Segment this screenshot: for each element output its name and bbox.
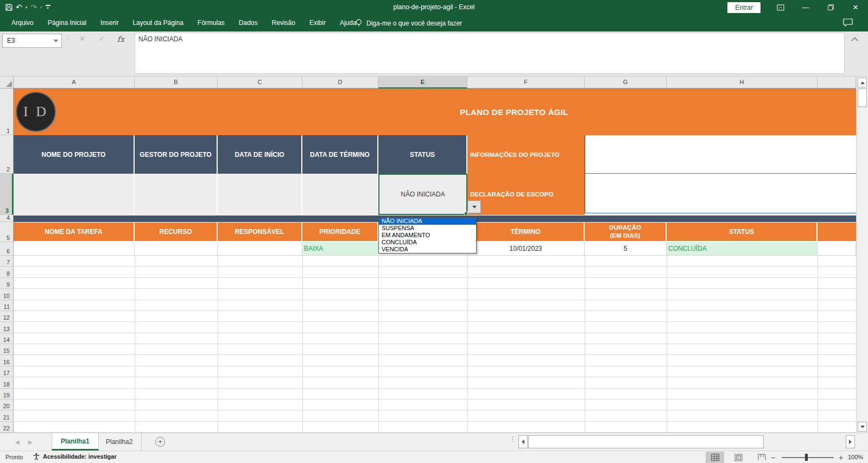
tab-scroll-right-icon[interactable]: ▶ bbox=[28, 439, 33, 445]
empty-grid-row[interactable] bbox=[14, 410, 856, 421]
row-header-2[interactable]: 2 bbox=[0, 135, 14, 174]
ribbon-tab-arquivo[interactable]: Arquivo bbox=[4, 15, 41, 31]
horizontal-scroll-thumb[interactable] bbox=[528, 435, 764, 448]
vertical-scrollbar[interactable] bbox=[856, 77, 868, 433]
row-header-5[interactable]: 5 bbox=[0, 222, 14, 242]
column-header-F[interactable]: F bbox=[467, 77, 585, 88]
row-header-1[interactable]: 1 bbox=[0, 88, 14, 135]
empty-grid-row[interactable] bbox=[14, 300, 856, 311]
cell-extra-header[interactable] bbox=[818, 222, 856, 242]
cell-status-value[interactable]: CONCLUÍDA bbox=[667, 242, 818, 256]
empty-grid-row[interactable] bbox=[14, 256, 856, 267]
cell-nome-do-projeto[interactable]: NOME DO PROJETO bbox=[14, 135, 135, 174]
cell-recurso[interactable]: RECURSO bbox=[135, 222, 218, 242]
ribbon-tab-layout-da-página[interactable]: Layout da Página bbox=[125, 15, 190, 31]
dropdown-item-vencida[interactable]: VENCIDA bbox=[379, 246, 476, 253]
cell-nome-da-tarefa[interactable]: NOME DA TAREFA bbox=[14, 222, 135, 242]
cell-termino[interactable]: TÉRMINO bbox=[467, 222, 585, 242]
name-box[interactable]: E3 bbox=[2, 34, 62, 48]
row-header-11[interactable]: 11 bbox=[0, 300, 14, 311]
row-header-22[interactable]: 22 bbox=[0, 422, 14, 433]
dropdown-item-em-andamento[interactable]: EM ANDAMENTO bbox=[379, 232, 476, 239]
cell-data-inicio-input[interactable] bbox=[218, 174, 302, 215]
row-header-15[interactable]: 15 bbox=[0, 344, 14, 355]
cell-e3-status-value[interactable]: NÃO INICIADA bbox=[378, 174, 467, 215]
collapse-formula-bar-icon[interactable] bbox=[851, 37, 858, 44]
row-header-9[interactable]: 9 bbox=[0, 278, 14, 289]
ribbon-tab-fórmulas[interactable]: Fórmulas bbox=[191, 15, 232, 31]
row-header-19[interactable]: 19 bbox=[0, 389, 14, 399]
restore-button[interactable] bbox=[818, 0, 843, 15]
scrollbar-resize-handle[interactable]: ⋮ bbox=[509, 436, 516, 442]
zoom-slider-thumb[interactable] bbox=[805, 454, 808, 461]
cell-prioridade[interactable]: PRIORIDADE bbox=[302, 222, 378, 242]
zoom-level[interactable]: 100% bbox=[848, 454, 863, 460]
cell-status-header[interactable]: STATUS bbox=[378, 135, 467, 174]
empty-grid-row[interactable] bbox=[14, 389, 856, 399]
row-header-16[interactable]: 16 bbox=[0, 355, 14, 366]
cell-a6[interactable] bbox=[14, 242, 135, 256]
column-header-E[interactable]: E bbox=[378, 77, 467, 88]
cell-informacoes-do-projeto[interactable]: INFORMAÇÕES DO PROJETO bbox=[467, 135, 585, 174]
accessibility-status[interactable]: Acessibilidade: investigar bbox=[33, 453, 117, 460]
row-header-10[interactable]: 10 bbox=[0, 289, 14, 300]
scroll-left-button[interactable] bbox=[518, 435, 528, 448]
ribbon-display-options-icon[interactable] bbox=[768, 0, 793, 15]
sheet-tab-planilha2[interactable]: Planilha2 bbox=[97, 433, 142, 451]
scroll-right-button[interactable] bbox=[846, 435, 855, 448]
scroll-up-button[interactable] bbox=[858, 78, 867, 87]
fill-handle[interactable] bbox=[464, 212, 468, 215]
zoom-slider-track[interactable] bbox=[782, 457, 834, 458]
cell-duracao[interactable]: DURAÇÃO (EM DIAS) bbox=[585, 222, 667, 242]
ribbon-tab-revisão[interactable]: Revisão bbox=[265, 15, 302, 31]
empty-grid-row[interactable] bbox=[14, 355, 856, 366]
dropdown-item-não-iniciada[interactable]: NÃO INICIADA bbox=[379, 218, 476, 225]
cell-info-area[interactable] bbox=[585, 135, 856, 213]
column-header-A[interactable]: A bbox=[14, 77, 135, 88]
row-header-7[interactable]: 7 bbox=[0, 256, 14, 267]
horizontal-scrollbar[interactable] bbox=[518, 435, 856, 448]
dropdown-button[interactable] bbox=[467, 200, 481, 213]
minimize-button[interactable]: — bbox=[793, 0, 818, 15]
row-header-12[interactable]: 12 bbox=[0, 311, 14, 322]
cell-status-tarefa[interactable]: STATUS bbox=[667, 222, 818, 242]
empty-grid-row[interactable] bbox=[14, 422, 856, 433]
row-header-14[interactable]: 14 bbox=[0, 333, 14, 344]
dropdown-item-concluída[interactable]: CONCLUÍDA bbox=[379, 239, 476, 246]
row-header-13[interactable]: 13 bbox=[0, 322, 14, 333]
formula-input[interactable]: NÃO INICIADA bbox=[135, 33, 845, 74]
page-break-view-icon[interactable] bbox=[752, 452, 771, 463]
cell-duration-value[interactable]: 5 bbox=[585, 242, 667, 256]
empty-grid-row[interactable] bbox=[14, 267, 856, 277]
empty-grid-row[interactable] bbox=[14, 278, 856, 289]
ribbon-tab-página-inicial[interactable]: Página Inicial bbox=[41, 15, 93, 31]
zoom-in-icon[interactable]: + bbox=[839, 453, 843, 462]
tell-me-box[interactable]: Diga-me o que você deseja fazer bbox=[356, 15, 462, 31]
empty-grid-row[interactable] bbox=[14, 322, 856, 333]
row-header-18[interactable]: 18 bbox=[0, 377, 14, 388]
row-header-21[interactable]: 21 bbox=[0, 410, 14, 421]
scroll-down-button[interactable] bbox=[858, 422, 867, 432]
column-header-D[interactable]: D bbox=[302, 77, 378, 88]
cell-priority-value[interactable]: BAIXA bbox=[302, 242, 378, 256]
vertical-scroll-thumb[interactable] bbox=[858, 88, 867, 107]
column-header-C[interactable]: C bbox=[218, 77, 302, 88]
empty-grid-row[interactable] bbox=[14, 366, 856, 377]
name-box-dropdown-icon[interactable] bbox=[54, 40, 58, 42]
insert-function-icon[interactable]: fx bbox=[117, 35, 124, 43]
page-layout-view-icon[interactable] bbox=[729, 452, 747, 463]
row-header-8[interactable]: 8 bbox=[0, 267, 14, 277]
cell-data-termino-input[interactable] bbox=[302, 174, 378, 215]
cell-nome-projeto-input[interactable] bbox=[14, 174, 135, 215]
empty-grid-row[interactable] bbox=[14, 399, 856, 410]
sheet-tab-planilha1[interactable]: Planilha1 bbox=[52, 433, 99, 451]
row-header-6[interactable]: 6 bbox=[0, 242, 14, 256]
ribbon-tab-dados[interactable]: Dados bbox=[232, 15, 265, 31]
zoom-out-icon[interactable]: − bbox=[771, 453, 775, 462]
cell-b6[interactable] bbox=[135, 242, 218, 256]
tab-scroll-left-icon[interactable]: ◀ bbox=[15, 439, 20, 445]
comments-icon[interactable] bbox=[843, 18, 853, 27]
dropdown-item-suspensa[interactable]: SUSPENSA bbox=[379, 225, 476, 232]
add-sheet-button[interactable]: + bbox=[155, 437, 165, 447]
row-header-17[interactable]: 17 bbox=[0, 366, 14, 377]
